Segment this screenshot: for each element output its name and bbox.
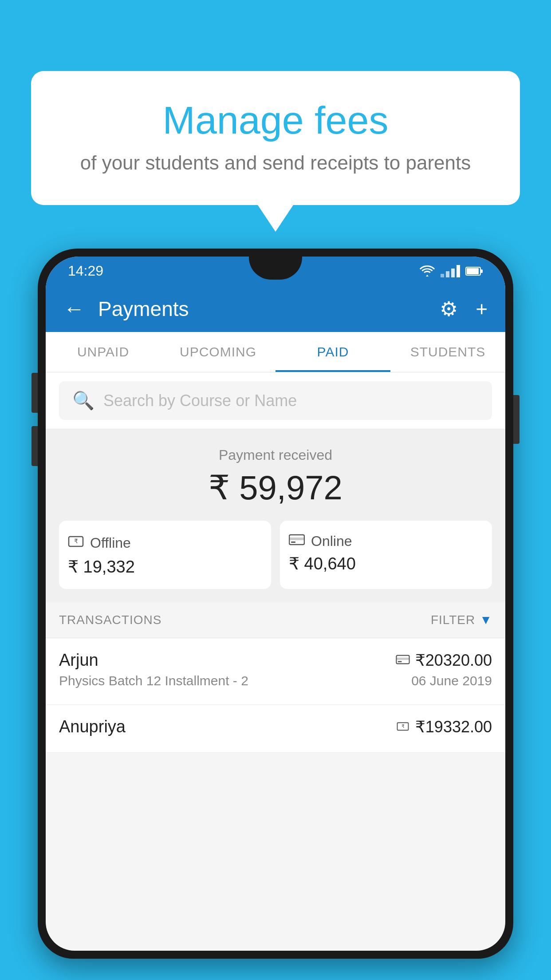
tab-unpaid[interactable]: UNPAID [46,332,161,372]
payment-section: Payment received ₹ 59,972 ₹ [46,429,505,602]
payment-total-amount: ₹ 59,972 [59,468,492,507]
signal-icon [441,265,460,277]
transaction-name-arjun: Arjun [59,651,98,670]
svg-text:₹: ₹ [401,723,404,728]
transaction-name-anupriya: Anupriya [59,717,126,736]
add-icon[interactable]: + [476,297,488,321]
transaction-item-arjun[interactable]: Arjun ₹20320.00 [46,638,505,705]
transaction-cash-icon: ₹ [396,720,410,734]
header-icons: ⚙ + [440,297,488,321]
payment-received-label: Payment received [59,447,492,463]
settings-icon[interactable]: ⚙ [440,297,458,321]
battery-icon [465,266,483,277]
svg-rect-7 [291,541,295,543]
svg-text:₹: ₹ [74,537,78,545]
volume-up-button [31,373,38,413]
transaction-amount-anupriya: ₹19332.00 [415,718,492,736]
speech-bubble-title: Manage fees [67,98,484,143]
filter-button[interactable]: FILTER ▼ [431,613,492,627]
transactions-label: TRANSACTIONS [59,613,161,627]
wifi-icon [419,265,435,277]
transaction-course-arjun: Physics Batch 12 Installment - 2 [59,673,248,688]
header-title: Payments [98,297,440,321]
phone: 14:29 [38,249,513,980]
svg-rect-10 [398,661,402,662]
transaction-amount-row-anupriya: ₹ ₹19332.00 [396,718,492,736]
speech-bubble-container: Manage fees of your students and send re… [31,71,520,232]
speech-bubble-subtitle: of your students and send receipts to pa… [67,152,484,174]
svg-rect-9 [396,657,409,660]
tabs-container: UNPAID UPCOMING PAID STUDENTS [46,332,505,372]
filter-icon: ▼ [480,613,492,627]
online-payment-card: Online ₹ 40,640 [280,521,492,589]
search-container: 🔍 Search by Course or Name [46,372,505,429]
offline-amount: ₹ 19,332 [68,557,262,577]
online-amount: ₹ 40,640 [289,554,483,573]
online-label: Online [311,533,352,549]
svg-rect-1 [467,268,479,274]
transaction-amount-arjun: ₹20320.00 [415,651,492,670]
transactions-header: TRANSACTIONS FILTER ▼ [46,602,505,638]
tab-paid[interactable]: PAID [276,332,390,372]
svg-rect-6 [289,537,304,540]
filter-label: FILTER [431,613,475,627]
transaction-date-arjun: 06 June 2019 [411,673,492,688]
offline-label: Offline [90,535,131,551]
transaction-amount-row-arjun: ₹20320.00 [396,651,492,670]
svg-rect-2 [480,269,483,273]
power-button [513,395,520,444]
status-time: 14:29 [68,263,103,279]
search-bar[interactable]: 🔍 Search by Course or Name [59,381,492,420]
search-placeholder: Search by Course or Name [103,391,297,410]
back-button[interactable]: ← [63,296,85,321]
transaction-card-icon [396,654,410,667]
payment-cards: ₹ Offline ₹ 19,332 [59,521,492,589]
tab-upcoming[interactable]: UPCOMING [161,332,276,372]
online-payment-icon [289,533,305,549]
offline-payment-icon: ₹ [68,533,84,553]
offline-payment-card: ₹ Offline ₹ 19,332 [59,521,271,589]
speech-bubble-arrow [258,205,293,232]
tab-students[interactable]: STUDENTS [390,332,505,372]
transaction-item-anupriya[interactable]: Anupriya ₹ ₹19332.00 [46,705,505,753]
volume-down-button [31,426,38,466]
search-icon: 🔍 [72,390,94,411]
speech-bubble: Manage fees of your students and send re… [31,71,520,205]
app-header: ← Payments ⚙ + [46,285,505,332]
status-icons [419,265,483,277]
